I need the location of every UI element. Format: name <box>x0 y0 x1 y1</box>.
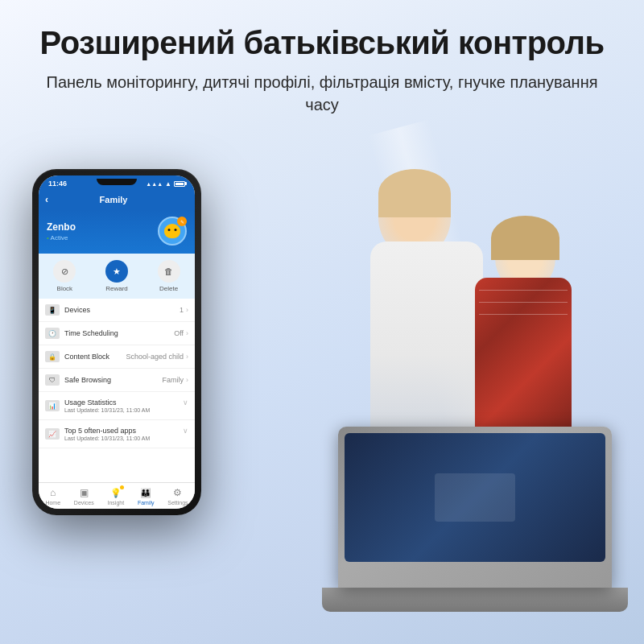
time-scheduling-icon: 🕐 <box>45 328 60 339</box>
usage-stats-chevron-icon: ∨ <box>183 398 188 407</box>
top-apps-icon: 📈 <box>45 428 60 440</box>
delete-label: Delete <box>159 285 178 292</box>
menu-item-usage-statistics[interactable]: 📊 Usage Statistics Last Updated: 10/31/2… <box>39 392 195 420</box>
menu-item-safe-browsing[interactable]: 🛡 Safe Browsing Family › <box>39 369 195 392</box>
phone-mockup: 11:46 ▲▲▲ ▲ ‹ Family Zenbo Ac <box>32 169 201 515</box>
bottom-nav-devices[interactable]: ▣ Devices <box>74 487 94 506</box>
content-block-value: School-aged child <box>126 353 184 361</box>
header-section: Розширений батьківський контроль Панель … <box>0 24 644 116</box>
family-icon: 👪 <box>139 487 152 498</box>
wifi-icon: ▲ <box>165 180 171 188</box>
profile-avatar[interactable]: ✎ <box>158 217 187 246</box>
safe-browsing-label: Safe Browsing <box>64 376 163 384</box>
sub-title: Панель моніторингу, дитячі профілі, філь… <box>32 71 612 116</box>
phone-screen: 11:46 ▲▲▲ ▲ ‹ Family Zenbo Ac <box>39 175 195 509</box>
bottom-nav-settings[interactable]: ⚙ Settings <box>167 487 188 506</box>
safe-browsing-icon: 🛡 <box>45 374 60 386</box>
content-block-icon: 🔒 <box>45 351 60 362</box>
devices-label: Devices <box>64 306 180 314</box>
safe-browsing-value: Family <box>163 376 184 384</box>
bottom-nav-family[interactable]: 👪 Family <box>138 487 155 506</box>
usage-stats-label: Usage Statistics <box>64 398 183 407</box>
insight-nav-label: Insight <box>108 500 125 506</box>
usage-stats-icon: 📊 <box>45 400 60 411</box>
reward-icon: ★ <box>105 260 128 283</box>
action-buttons-row: ⊘ Block ★ Reward 🗑 Delete <box>39 254 195 299</box>
safe-browsing-arrow-icon: › <box>186 376 188 384</box>
profile-info: Zenbo Active <box>47 221 76 242</box>
reward-label: Reward <box>105 285 128 292</box>
reward-button[interactable]: ★ Reward <box>105 260 128 292</box>
home-nav-label: Home <box>45 500 60 506</box>
phone-nav-bar: ‹ Family <box>39 191 195 210</box>
block-label: Block <box>57 285 73 292</box>
time-scheduling-label: Time Scheduling <box>64 329 174 337</box>
bottom-nav-home[interactable]: ⌂ Home <box>45 487 60 506</box>
content-block-label: Content Block <box>64 353 126 361</box>
signal-icon: ▲▲▲ <box>146 181 163 187</box>
profile-section: Zenbo Active ✎ <box>39 210 195 254</box>
family-nav-label: Family <box>138 500 155 506</box>
block-button[interactable]: ⊘ Block <box>53 260 76 292</box>
back-button[interactable]: ‹ <box>45 194 48 205</box>
bottom-nav-insight[interactable]: 💡 Insight <box>108 487 125 506</box>
edit-badge: ✎ <box>177 217 187 226</box>
top-apps-label: Top 5 often-used apps <box>64 427 183 435</box>
menu-item-top-apps[interactable]: 📈 Top 5 often-used apps Last Updated: 10… <box>39 420 195 448</box>
profile-status: Active <box>47 234 76 242</box>
menu-item-devices[interactable]: 📱 Devices 1 › <box>39 299 195 322</box>
menu-item-time-scheduling[interactable]: 🕐 Time Scheduling Off › <box>39 322 195 345</box>
devices-nav-label: Devices <box>74 500 94 506</box>
menu-list: 📱 Devices 1 › 🕐 Time Scheduling <box>39 299 195 482</box>
home-icon: ⌂ <box>47 487 60 498</box>
top-apps-chevron-icon: ∨ <box>183 427 188 435</box>
profile-name: Zenbo <box>47 221 76 233</box>
settings-nav-icon: ⚙ <box>171 487 184 498</box>
devices-value: 1 <box>180 306 184 314</box>
bottom-nav: ⌂ Home ▣ Devices 💡 Insight 👪 Family ⚙ <box>39 482 195 509</box>
content-block-arrow-icon: › <box>186 353 188 361</box>
nav-title: Family <box>100 195 128 204</box>
devices-icon: 📱 <box>45 304 60 316</box>
delete-icon: 🗑 <box>158 260 180 283</box>
top-apps-sub: Last Updated: 10/31/23, 11:00 AM <box>64 436 183 441</box>
block-icon: ⊘ <box>53 260 76 283</box>
usage-stats-sub: Last Updated: 10/31/23, 11:00 AM <box>64 407 183 413</box>
status-time: 11:46 <box>48 180 67 188</box>
phone-outer: 11:46 ▲▲▲ ▲ ‹ Family Zenbo Ac <box>32 169 201 515</box>
time-scheduling-value: Off <box>174 329 184 337</box>
battery-icon <box>174 181 185 187</box>
avatar-face <box>164 224 180 238</box>
main-title: Розширений батьківський контроль <box>32 24 612 61</box>
settings-nav-label: Settings <box>167 500 188 506</box>
devices-arrow-icon: › <box>186 306 188 314</box>
time-scheduling-arrow-icon: › <box>186 329 188 337</box>
devices-nav-icon: ▣ <box>77 487 90 498</box>
insight-icon: 💡 <box>109 487 122 498</box>
status-icons: ▲▲▲ ▲ <box>146 180 185 188</box>
delete-button[interactable]: 🗑 Delete <box>158 260 180 292</box>
menu-item-content-block[interactable]: 🔒 Content Block School-aged child › <box>39 345 195 369</box>
